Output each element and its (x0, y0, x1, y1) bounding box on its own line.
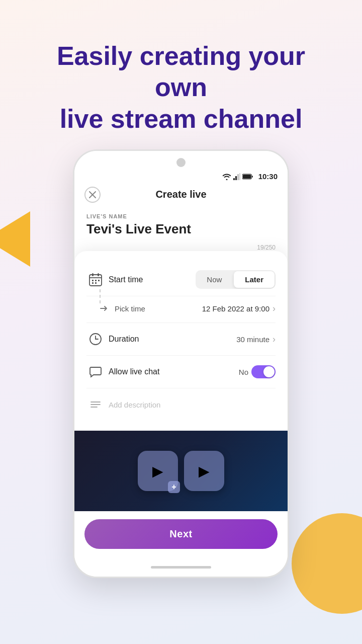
description-row[interactable]: Add description (86, 388, 276, 421)
duration-value: 30 minute › (236, 334, 276, 345)
phone-body: 10:30 Create live LIVE'S NAME Tevi's Liv… (73, 149, 289, 578)
pick-time-row[interactable]: Pick time 12 Feb 2022 at 9:00 › (86, 296, 276, 323)
svg-rect-10 (92, 273, 94, 276)
clock-icon (86, 330, 105, 348)
pick-time-chevron: › (273, 303, 276, 314)
char-count: 19/250 (74, 242, 288, 251)
time-btn-now[interactable]: Now (196, 270, 233, 289)
calendar-icon (86, 271, 105, 289)
headline-line2: live stream channel (60, 104, 303, 133)
phone-camera (176, 158, 186, 167)
app-icon-2: ▶ (184, 451, 224, 491)
plus-badge: + (168, 481, 180, 493)
bottom-sheet: Start time Now Later Pick time 12 Feb 20… (74, 251, 288, 431)
live-name-section: LIVE'S NAME Tevi's Live Event (74, 206, 288, 242)
duration-chevron: › (273, 334, 276, 345)
chat-icon (86, 363, 105, 381)
start-time-label: Start time (109, 275, 196, 284)
phone-mockup: 10:30 Create live LIVE'S NAME Tevi's Liv… (0, 149, 362, 578)
svg-rect-0 (233, 178, 235, 180)
status-time: 10:30 (258, 172, 278, 181)
start-time-left: Start time (86, 271, 196, 289)
description-icon (86, 395, 105, 414)
close-button[interactable] (84, 187, 101, 203)
live-name-label: LIVE'S NAME (86, 213, 276, 219)
phone-bottombar (74, 561, 288, 577)
app-icons-grid: ▶ + ▶ (138, 451, 224, 491)
phone-topbar (74, 151, 288, 170)
svg-rect-2 (237, 174, 239, 180)
svg-rect-12 (92, 280, 94, 281)
app-icon-1: ▶ + (138, 451, 178, 491)
wifi-icon (222, 173, 231, 180)
allow-chat-value: No (239, 365, 276, 378)
allow-chat-row: Allow live chat No (86, 356, 276, 388)
svg-rect-1 (235, 176, 237, 180)
allow-chat-label: Allow live chat (109, 367, 239, 376)
svg-rect-14 (98, 280, 100, 281)
signal-icon (233, 173, 240, 180)
pick-time-label: Pick time (115, 304, 202, 313)
next-button[interactable]: Next (84, 519, 278, 549)
headline-line1: Easily creating your own (57, 41, 305, 102)
headline: Easily creating your own live stream cha… (0, 0, 362, 149)
status-bar: 10:30 (74, 170, 288, 183)
signal-icons (222, 173, 253, 180)
close-icon (89, 191, 96, 198)
description-placeholder[interactable]: Add description (109, 400, 276, 409)
svg-rect-16 (95, 282, 97, 284)
pick-time-value: 12 Feb 2022 at 9:00 › (202, 303, 276, 314)
svg-rect-13 (95, 280, 97, 281)
svg-rect-15 (92, 282, 94, 284)
svg-rect-5 (243, 175, 251, 179)
svg-rect-11 (98, 273, 99, 276)
start-time-row: Start time Now Later (86, 263, 276, 296)
page-title: Create live (155, 189, 206, 200)
chat-toggle[interactable] (251, 365, 276, 378)
thumbnail-area: ▶ + ▶ (74, 431, 288, 511)
time-toggle[interactable]: Now Later (196, 270, 276, 289)
time-btn-later[interactable]: Later (234, 271, 275, 288)
next-btn-container: Next (74, 511, 288, 561)
battery-icon (242, 174, 253, 180)
app-header: Create live (74, 183, 288, 206)
svg-rect-3 (239, 173, 240, 180)
home-indicator (151, 566, 211, 569)
duration-row[interactable]: Duration 30 minute › (86, 323, 276, 356)
duration-label: Duration (109, 335, 236, 344)
live-name-value: Tevi's Live Event (86, 221, 276, 237)
arrow-icon (97, 301, 111, 315)
